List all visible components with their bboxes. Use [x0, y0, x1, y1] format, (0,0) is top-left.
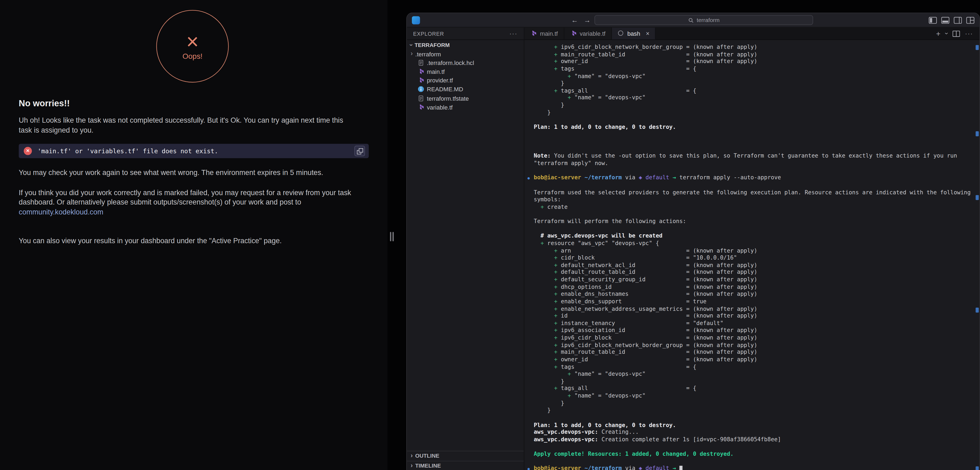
- search-value: terraform: [697, 17, 719, 23]
- terminal-line: + resource "aws_vpc" "devops-vpc" {: [534, 240, 980, 247]
- file-terraform.tfstate[interactable]: terraform.tfstate: [407, 94, 524, 102]
- terminal-line: + dhcp_options_id = (known after apply): [534, 284, 980, 291]
- terminal-line: + main_route_table_id = (known after app…: [534, 51, 980, 58]
- review-text: If you think you did your work correctly…: [19, 188, 367, 217]
- chevron-down-icon[interactable]: ›: [943, 32, 950, 35]
- terminal-line: Terraform used the selected providers to…: [534, 189, 980, 196]
- terminal-line: + tags = {: [534, 65, 980, 73]
- file-main.tf[interactable]: main.tf: [407, 67, 524, 76]
- workbench-body: › TERRAFORM ›.terraform.terraform.lock.h…: [407, 40, 979, 470]
- toggle-panel-icon[interactable]: [941, 17, 950, 24]
- circle-icon: [617, 30, 624, 37]
- sidebar-sections: ›OUTLINE›TIMELINE: [407, 451, 524, 470]
- terminal-line: Plan: 1 to add, 0 to change, 0 to destro…: [534, 124, 980, 131]
- file-.terraform[interactable]: ›.terraform: [407, 49, 524, 58]
- terraform-workspace: ◈ default: [639, 174, 669, 181]
- community-link[interactable]: community.kodekloud.com: [19, 208, 103, 215]
- terminal-line: + tags = {: [534, 363, 980, 371]
- tab-label: bash: [627, 30, 640, 37]
- close-icon[interactable]: ×: [646, 30, 650, 37]
- file-variable.tf[interactable]: variable.tf: [407, 102, 524, 112]
- tree-root-terraform[interactable]: › TERRAFORM: [407, 40, 524, 49]
- back-button[interactable]: ←: [571, 16, 578, 24]
- terminal-line: [534, 211, 980, 218]
- scrollbar-mark: [976, 307, 979, 313]
- terminal-line: [534, 138, 980, 145]
- terminal-line: + instance_tenancy = "default": [534, 320, 980, 327]
- customize-layout-icon[interactable]: [966, 17, 974, 24]
- header-row: EXPLORER ··· main.tfvariable.tfbash× + ›…: [407, 27, 979, 40]
- terminal-line: Plan: 1 to add, 0 to change, 0 to destro…: [534, 422, 980, 429]
- section-label: TIMELINE: [415, 462, 441, 468]
- titlebar: ← → terraform: [407, 13, 979, 28]
- editor-tabs: main.tfvariable.tfbash×: [524, 27, 655, 39]
- scrollbar-mark: [976, 195, 979, 200]
- terminal-line: }: [534, 102, 980, 109]
- split-editor-icon[interactable]: [953, 28, 960, 39]
- terminal-line: + ipv6_cidr_block = (known after apply): [534, 335, 980, 342]
- scrollbar-mark: [976, 45, 979, 50]
- file-name: provider.tf: [427, 77, 453, 84]
- hcl-icon: [418, 95, 425, 102]
- tab-main.tf[interactable]: main.tf: [524, 27, 564, 39]
- terminal-line: [534, 225, 980, 233]
- file-name: README.MD: [427, 86, 463, 93]
- dashboard-text: You can also view your results in your d…: [19, 236, 369, 246]
- terraform-icon: [418, 68, 425, 75]
- tab-label: variable.tf: [580, 30, 605, 37]
- explorer-header: EXPLORER ···: [407, 27, 524, 39]
- vscode-window: ← → terraform EXPLORER ··· main.tfvariab…: [406, 13, 980, 470]
- terminal-line: + create: [534, 204, 980, 211]
- toggle-sidebar-icon[interactable]: [929, 17, 937, 24]
- terminal-line: aws_vpc.devops-vpc: Creation complete af…: [534, 436, 980, 443]
- terminal-line: + tags_all = {: [534, 386, 980, 393]
- error-banner: × 'main.tf' or 'variables.tf' file does …: [19, 144, 369, 158]
- section-timeline[interactable]: ›TIMELINE: [407, 460, 524, 470]
- info-icon: [418, 86, 425, 93]
- terminal-line: Terraform will perform the following act…: [534, 218, 980, 225]
- file-README.MD[interactable]: README.MD: [407, 85, 524, 94]
- chevron-right-icon: ›: [410, 51, 413, 57]
- section-label: OUTLINE: [415, 453, 439, 459]
- tab-variable.tf[interactable]: variable.tf: [564, 27, 612, 39]
- terminal-line: # aws_vpc.devops-vpc will be created: [534, 233, 980, 240]
- terminal[interactable]: + ipv6_cidr_block_network_border_group =…: [524, 40, 980, 470]
- oops-badge: × Oops!: [156, 10, 229, 83]
- terminal-output: + ipv6_cidr_block_network_border_group =…: [534, 44, 980, 470]
- explorer-title: EXPLORER: [413, 30, 444, 37]
- search-box[interactable]: terraform: [594, 15, 813, 25]
- chevron-expanded-icon: ›: [408, 44, 414, 46]
- terminal-line: + ipv6_association_id = (known after app…: [534, 327, 980, 335]
- explorer-more-actions-icon[interactable]: ···: [509, 30, 517, 37]
- terminal-line: [534, 458, 980, 465]
- tab-bash[interactable]: bash×: [612, 27, 655, 39]
- task-result-panel: × Oops! No worries!! Uh oh! Looks like t…: [0, 0, 388, 470]
- forward-button[interactable]: →: [584, 16, 591, 24]
- terraform-icon: [418, 104, 425, 111]
- file-provider.tf[interactable]: provider.tf: [407, 76, 524, 85]
- search-icon: [688, 17, 694, 23]
- file-name: .terraform.lock.hcl: [427, 59, 474, 66]
- copy-button[interactable]: [355, 146, 365, 156]
- terraform-icon: [418, 77, 425, 84]
- chevron-right-icon: ›: [410, 453, 413, 459]
- panel-resize-handle[interactable]: [390, 232, 394, 241]
- root-folder-label: TERRAFORM: [415, 41, 450, 48]
- terminal-line: aws_vpc.devops-vpc: Creating...: [534, 429, 980, 436]
- command-decoration-icon: ●: [528, 176, 530, 181]
- file-name: variable.tf: [427, 104, 453, 111]
- editor-actions: + › ···: [936, 27, 980, 39]
- terminal-line: + cidr_block = "10.0.0.0/16": [534, 255, 980, 262]
- file-.terraform.lock.hcl[interactable]: .terraform.lock.hcl: [407, 58, 524, 67]
- terminal-line: "terraform apply" now.: [534, 160, 980, 167]
- terminal-line: ●bob@iac-server ~/terraform via ◈ defaul…: [534, 465, 980, 470]
- scrollbar-mark: [976, 131, 979, 136]
- terminal-line: ●bob@iac-server ~/terraform via ◈ defaul…: [534, 174, 980, 182]
- new-terminal-button[interactable]: +: [936, 30, 940, 37]
- toggle-secondary-sidebar-icon[interactable]: [954, 17, 962, 24]
- terminal-line: + "name" = "devops-vpc": [534, 371, 980, 378]
- section-outline[interactable]: ›OUTLINE: [407, 451, 524, 460]
- prompt-arrow-icon: →: [673, 174, 676, 181]
- error-circle-icon: ×: [24, 147, 32, 155]
- more-actions-icon[interactable]: ···: [965, 30, 973, 37]
